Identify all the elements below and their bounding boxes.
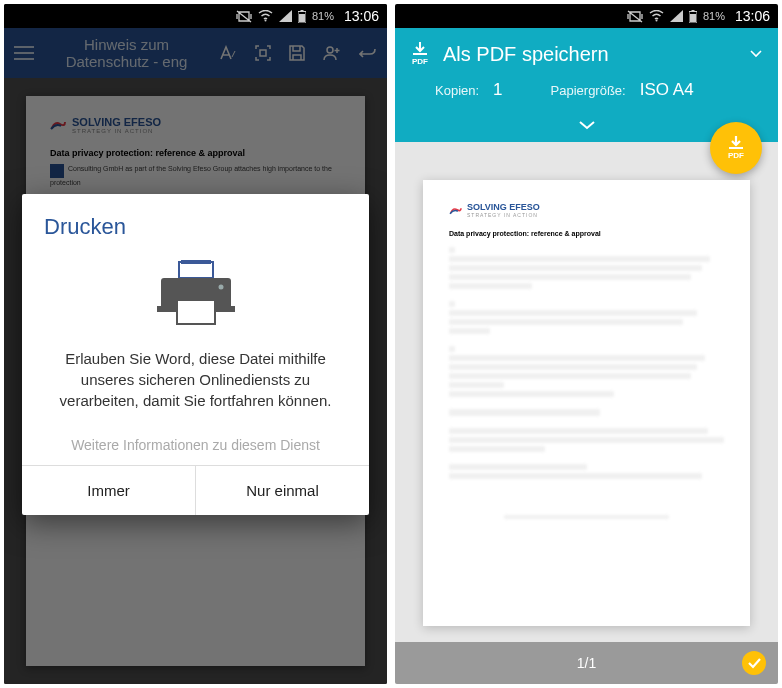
wifi-icon — [649, 10, 664, 22]
pdf-badge: PDF — [412, 57, 428, 66]
once-button[interactable]: Nur einmal — [196, 466, 369, 515]
fab-label: PDF — [728, 151, 744, 160]
svg-point-0 — [264, 20, 266, 22]
copies-value[interactable]: 1 — [493, 80, 502, 100]
vibrate-icon — [236, 10, 252, 23]
battery-pct: 81% — [703, 10, 725, 22]
page-count: 1/1 — [577, 655, 596, 671]
check-icon — [748, 658, 761, 669]
phone-left-word: 81% 13:06 Hinweis zum Datenschutz - eng … — [4, 4, 387, 684]
blurred-paragraph — [449, 346, 724, 397]
signal-icon — [670, 10, 683, 22]
dialog-more-info-link[interactable]: Weitere Informationen zu diesem Dienst — [22, 429, 369, 465]
dialog-title: Drucken — [22, 194, 369, 250]
preview-page: SOLVING EFESO STRATEGY IN ACTION Data pr… — [423, 180, 750, 626]
copies-label: Kopien: — [435, 83, 479, 98]
blurred-paragraph — [449, 464, 724, 479]
svg-rect-5 — [179, 262, 213, 278]
print-destination-title[interactable]: Als PDF speichern — [443, 43, 736, 66]
brand-logo-icon — [449, 205, 462, 216]
svg-rect-13 — [691, 10, 694, 12]
preview-heading: Data privacy protection: reference & app… — [449, 230, 724, 237]
confirm-check-button[interactable] — [742, 651, 766, 675]
pdf-destination-icon[interactable]: PDF — [411, 42, 429, 66]
printer-icon — [22, 250, 369, 348]
preview-tagline: STRATEGY IN ACTION — [467, 212, 540, 218]
blurred-paragraph — [449, 301, 724, 334]
page-indicator-bar: 1/1 — [395, 642, 778, 684]
blurred-paragraph — [449, 428, 724, 452]
battery-pct: 81% — [312, 10, 334, 22]
clock: 13:06 — [735, 8, 770, 24]
blurred-paragraph — [449, 409, 724, 416]
paper-size-value[interactable]: ISO A4 — [640, 80, 694, 100]
svg-rect-6 — [181, 260, 211, 264]
status-bar: 81% 13:06 — [395, 4, 778, 28]
battery-icon — [298, 10, 306, 23]
wifi-icon — [258, 10, 273, 22]
pdf-print-header: PDF Als PDF speichern Kopien: 1 Papiergr… — [395, 28, 778, 142]
print-preview-area[interactable]: SOLVING EFESO STRATEGY IN ACTION Data pr… — [395, 164, 778, 642]
svg-point-11 — [655, 20, 657, 22]
blurred-footer — [504, 515, 669, 519]
svg-rect-3 — [299, 14, 305, 22]
svg-rect-2 — [300, 10, 303, 12]
paper-size-label: Papiergröße: — [551, 83, 626, 98]
print-options-row: Kopien: 1 Papiergröße: ISO A4 — [395, 80, 778, 116]
clock: 13:06 — [344, 8, 379, 24]
status-bar: 81% 13:06 — [4, 4, 387, 28]
signal-icon — [279, 10, 292, 22]
svg-rect-9 — [177, 300, 215, 324]
download-icon — [727, 136, 745, 150]
dropdown-icon[interactable] — [750, 50, 762, 58]
blurred-paragraph — [449, 247, 724, 289]
print-dialog: Drucken Erlauben Sie Word, diese Datei m… — [22, 194, 369, 515]
phone-right-pdf: 81% 13:06 PDF Als PDF speichern Kopien: … — [395, 4, 778, 684]
always-button[interactable]: Immer — [22, 466, 196, 515]
svg-point-10 — [218, 285, 223, 290]
dialog-buttons: Immer Nur einmal — [22, 465, 369, 515]
dialog-body: Erlauben Sie Word, diese Datei mithilfe … — [22, 348, 369, 429]
svg-rect-14 — [690, 14, 696, 22]
preview-brand: SOLVING EFESO — [467, 202, 540, 212]
vibrate-icon — [627, 10, 643, 23]
battery-icon — [689, 10, 697, 23]
